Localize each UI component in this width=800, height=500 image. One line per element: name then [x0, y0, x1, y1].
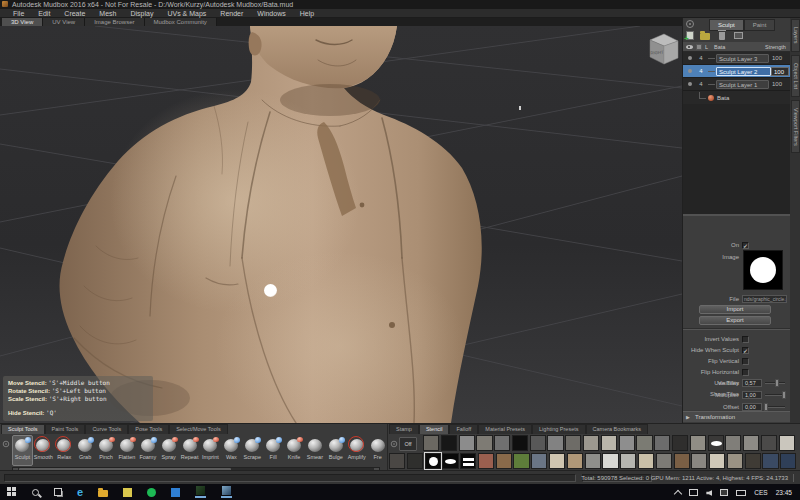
- layer-visibility-dot[interactable]: [688, 82, 692, 86]
- tray-tab[interactable]: Sculpt Tools: [1, 424, 45, 434]
- stencil-thumbnail[interactable]: [441, 435, 457, 451]
- stencil-image-preview[interactable]: [743, 250, 783, 290]
- stencil-thumbnail[interactable]: [727, 453, 743, 469]
- task-view-icon[interactable]: [54, 488, 62, 496]
- preset-tab[interactable]: Camera Bookmarks: [586, 424, 649, 434]
- mesh-row[interactable]: Bata: [683, 91, 791, 104]
- stencil-off-button[interactable]: Off: [399, 437, 417, 451]
- touch-keyboard-icon[interactable]: [736, 490, 746, 496]
- tool-button[interactable]: Pinch: [96, 435, 117, 466]
- tray-settings-icon[interactable]: [3, 441, 9, 447]
- stencil-thumbnail[interactable]: [585, 453, 601, 469]
- slider-thumb[interactable]: [775, 379, 779, 387]
- stencil-thumbnail[interactable]: [531, 453, 547, 469]
- menu-item[interactable]: Render: [213, 9, 250, 17]
- slider-thumb[interactable]: [782, 391, 786, 399]
- stencil-thumbnail[interactable]: [602, 453, 618, 469]
- checkbox[interactable]: ✓: [742, 347, 749, 354]
- stencil-thumbnail[interactable]: [762, 453, 778, 469]
- stencil-thumbnail[interactable]: [512, 435, 528, 451]
- side-tab[interactable]: Layers: [791, 19, 800, 52]
- layer-row[interactable]: 4 Sculpt Layer 3 100: [683, 52, 791, 65]
- display-tray-icon[interactable]: [689, 489, 698, 496]
- stencil-thumbnail[interactable]: [725, 435, 741, 451]
- stencil-thumbnail[interactable]: [494, 435, 510, 451]
- on-checkbox[interactable]: ✓: [742, 242, 749, 249]
- stencil-thumbnail[interactable]: [460, 453, 476, 469]
- pinned-app-icon[interactable]: [171, 488, 180, 497]
- slider-track[interactable]: [765, 394, 785, 396]
- menu-item[interactable]: Edit: [31, 9, 57, 17]
- stencil-thumbnail[interactable]: [619, 435, 635, 451]
- slider-track[interactable]: [765, 382, 785, 384]
- export-button[interactable]: Export: [699, 316, 771, 325]
- search-icon[interactable]: [32, 489, 39, 496]
- stencil-thumbnail[interactable]: [743, 435, 759, 451]
- stencil-thumbnail[interactable]: [780, 453, 796, 469]
- stencil-thumbnail[interactable]: [708, 435, 724, 451]
- panel-settings-icon[interactable]: [686, 20, 694, 28]
- tool-button[interactable]: Bulge: [325, 435, 346, 466]
- viewport-3d[interactable]: RIGHT Move Stencil: 'S'+Middle buttonRot…: [0, 26, 682, 423]
- open-app-1[interactable]: [195, 486, 206, 498]
- tray-tab[interactable]: Paint Tools: [45, 424, 86, 434]
- slider-track[interactable]: [765, 406, 785, 408]
- view-tab[interactable]: UV View: [43, 18, 85, 26]
- stencil-thumbnail[interactable]: [761, 435, 777, 451]
- layer-strength[interactable]: 100: [771, 67, 789, 76]
- file-path-field[interactable]: nds/graphic_circle.png: [742, 295, 787, 303]
- tool-button[interactable]: Knife: [284, 435, 305, 466]
- preset-tab[interactable]: Stencil: [419, 424, 450, 434]
- preset-tab[interactable]: Falloff: [449, 424, 478, 434]
- tool-button[interactable]: Flatten: [116, 435, 137, 466]
- slider-value[interactable]: 1,00: [742, 391, 762, 399]
- tray-tab[interactable]: Pose Tools: [128, 424, 169, 434]
- layer-row[interactable]: 4 Sculpt Layer 2 100: [683, 65, 791, 78]
- layer-strength[interactable]: 100: [769, 55, 791, 61]
- network-icon[interactable]: [720, 489, 728, 496]
- stencil-thumbnail[interactable]: [478, 453, 494, 469]
- menu-item[interactable]: Create: [57, 9, 92, 17]
- view-tab[interactable]: Image Browser: [85, 18, 144, 26]
- stencil-thumbnail[interactable]: [601, 435, 617, 451]
- checkbox[interactable]: [742, 336, 749, 343]
- layer-visibility-dot[interactable]: [688, 69, 692, 73]
- edge-browser-icon[interactable]: e: [77, 487, 83, 497]
- stencil-thumbnail[interactable]: [567, 453, 583, 469]
- stencil-thumbnail[interactable]: [496, 453, 512, 469]
- stencil-thumbnail[interactable]: [530, 435, 546, 451]
- preset-tab[interactable]: Lighting Presets: [532, 424, 585, 434]
- stencil-thumbnail[interactable]: [779, 435, 795, 451]
- volume-icon[interactable]: [706, 490, 712, 496]
- new-layer-icon[interactable]: [686, 31, 694, 40]
- tool-button[interactable]: Imprint: [200, 435, 221, 466]
- stencil-thumbnail[interactable]: [389, 453, 405, 469]
- preset-tab[interactable]: Material Presets: [478, 424, 532, 434]
- tool-button[interactable]: Grab: [75, 435, 96, 466]
- preset-settings-icon[interactable]: [391, 441, 397, 447]
- menu-item[interactable]: UVs & Maps: [160, 9, 213, 17]
- menu-item[interactable]: Mesh: [92, 9, 123, 17]
- stencil-thumbnail[interactable]: [565, 435, 581, 451]
- view-tab[interactable]: 3D View: [2, 18, 43, 26]
- layer-row[interactable]: 4 Sculpt Layer 1 100: [683, 78, 791, 91]
- checkbox[interactable]: [742, 358, 749, 365]
- tool-button[interactable]: Scrape: [242, 435, 263, 466]
- tool-button[interactable]: Amplify: [346, 435, 367, 466]
- stencil-thumbnail[interactable]: [423, 435, 439, 451]
- stencil-thumbnail[interactable]: [654, 435, 670, 451]
- tool-button[interactable]: Fre: [367, 435, 388, 466]
- stencil-thumbnail[interactable]: [459, 435, 475, 451]
- tray-tab[interactable]: Curve Tools: [85, 424, 128, 434]
- tool-button[interactable]: Repeat: [179, 435, 200, 466]
- stencil-thumbnail[interactable]: [690, 435, 706, 451]
- language-indicator[interactable]: CES: [754, 489, 767, 496]
- layer-visibility-dot[interactable]: [688, 56, 692, 60]
- tool-button[interactable]: Fill: [263, 435, 284, 466]
- tool-button[interactable]: Relax: [54, 435, 75, 466]
- tool-button[interactable]: Smooth: [33, 435, 54, 466]
- tool-button[interactable]: Smear: [304, 435, 325, 466]
- import-button[interactable]: Import: [699, 305, 771, 314]
- transformation-section[interactable]: ▶ Transformation: [683, 411, 791, 422]
- side-tab[interactable]: Object List: [791, 55, 800, 97]
